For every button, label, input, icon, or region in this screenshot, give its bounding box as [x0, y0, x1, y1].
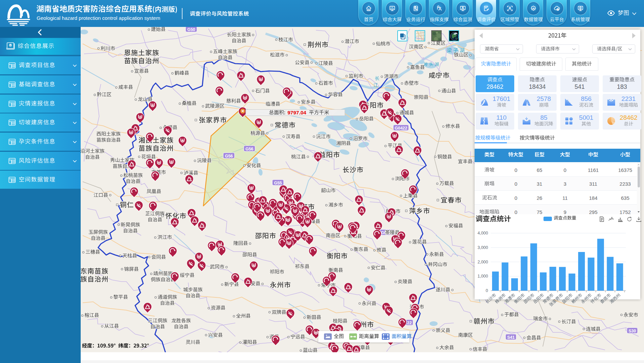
svg-text:S41: S41 [507, 335, 515, 340]
svg-text:G55: G55 [274, 181, 282, 185]
svg-text:3,000: 3,000 [478, 245, 488, 250]
svg-text:G50: G50 [187, 27, 195, 32]
svg-text:G0422: G0422 [395, 126, 407, 131]
svg-text:9797.04: 9797.04 [287, 110, 306, 115]
svg-text:22: 22 [407, 321, 412, 325]
svg-text:4,000: 4,000 [478, 231, 488, 235]
svg-text:0: 0 [486, 288, 488, 293]
svg-text:G56: G56 [225, 154, 233, 158]
svg-text:S30: S30 [629, 329, 636, 333]
svg-text:2,000: 2,000 [478, 260, 488, 264]
svg-text:1,000: 1,000 [478, 274, 488, 279]
svg-text:G56: G56 [245, 147, 253, 151]
